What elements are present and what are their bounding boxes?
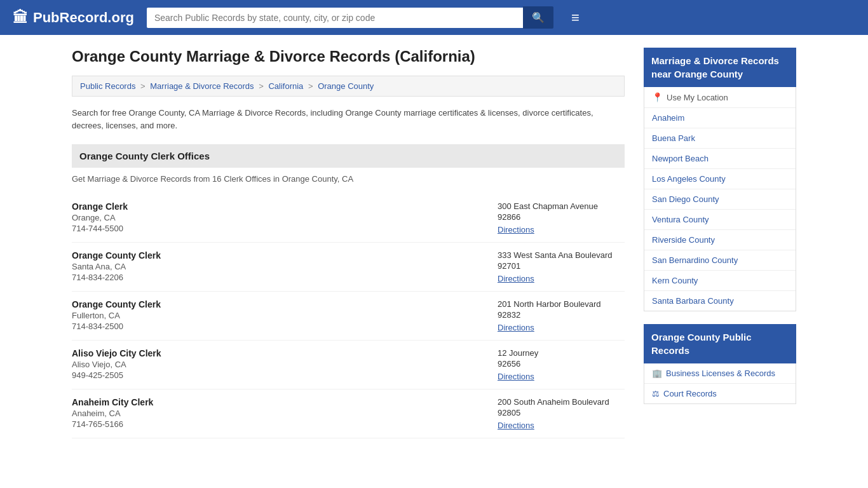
record-entry: Anaheim City Clerk Anaheim, CA 714-765-5… <box>72 390 625 438</box>
office-name-0: Orange Clerk <box>72 201 128 212</box>
location-icon: 📍 <box>652 92 663 102</box>
content-area: Orange County Marriage & Divorce Records… <box>72 48 625 438</box>
nearby-item-6[interactable]: Riverside County <box>644 230 796 250</box>
logo-text: PubRecord.org <box>33 10 134 26</box>
office-phone-0: 714-744-5500 <box>72 224 128 233</box>
breadcrumb-sep-1: > <box>140 81 147 91</box>
breadcrumb-public-records[interactable]: Public Records <box>80 81 135 91</box>
addr-zip-0: 92866 <box>498 212 625 222</box>
nearby-list: 📍 Use My Location AnaheimBuena ParkNewpo… <box>644 87 796 311</box>
logo[interactable]: 🏛 PubRecord.org <box>13 9 134 27</box>
public-records-list: 🏢Business Licenses & Records⚖Court Recor… <box>644 363 796 404</box>
addr-street-4: 200 South Anaheim Boulevard <box>498 397 625 407</box>
public-record-item-1[interactable]: ⚖Court Records <box>644 384 796 403</box>
records-list: Orange Clerk Orange, CA 714-744-5500 300… <box>72 194 625 438</box>
record-right-1: 333 West Santa Ana Boulevard 92701 Direc… <box>498 250 625 283</box>
nearby-item-7[interactable]: San Bernardino County <box>644 250 796 271</box>
office-phone-2: 714-834-2500 <box>72 322 161 331</box>
directions-link-4[interactable]: Directions <box>498 421 534 430</box>
nearby-item-3[interactable]: Los Angeles County <box>644 169 796 189</box>
directions-link-1[interactable]: Directions <box>498 274 534 283</box>
nearby-item-9[interactable]: Santa Barbara County <box>644 291 796 311</box>
section-subtitle: Get Marriage & Divorce Records from 16 C… <box>72 174 625 184</box>
pr-label-1: Court Records <box>663 389 717 398</box>
record-entry: Orange Clerk Orange, CA 714-744-5500 300… <box>72 194 625 243</box>
record-right-4: 200 South Anaheim Boulevard 92805 Direct… <box>498 397 625 430</box>
hamburger-icon: ≡ <box>571 10 580 25</box>
pr-icon-1: ⚖ <box>652 389 660 398</box>
nearby-item-8[interactable]: Kern County <box>644 271 796 291</box>
office-name-1: Orange County Clerk <box>72 250 161 261</box>
office-phone-1: 714-834-2206 <box>72 273 161 282</box>
breadcrumb: Public Records > Marriage & Divorce Reco… <box>72 76 625 97</box>
nearby-header: Marriage & Divorce Records near Orange C… <box>644 48 796 87</box>
addr-zip-3: 92656 <box>498 359 625 369</box>
record-left-0: Orange Clerk Orange, CA 714-744-5500 <box>72 201 128 234</box>
addr-zip-2: 92832 <box>498 310 625 320</box>
pr-label-0: Business Licenses & Records <box>666 369 775 378</box>
office-name-2: Orange County Clerk <box>72 299 161 309</box>
office-city-0: Orange, CA <box>72 213 128 222</box>
logo-icon: 🏛 <box>13 9 28 27</box>
office-phone-4: 714-765-5166 <box>72 419 153 429</box>
addr-street-3: 12 Journey <box>498 348 625 358</box>
record-right-0: 300 East Chapman Avenue 92866 Directions <box>498 201 625 234</box>
record-left-4: Anaheim City Clerk Anaheim, CA 714-765-5… <box>72 397 153 430</box>
nearby-item-4[interactable]: San Diego County <box>644 189 796 210</box>
site-header: 🏛 PubRecord.org 🔍 ≡ <box>0 0 868 35</box>
office-city-1: Santa Ana, CA <box>72 262 161 271</box>
main-container: Orange County Marriage & Divorce Records… <box>53 35 815 451</box>
search-area: 🔍 <box>147 6 553 29</box>
office-city-4: Anaheim, CA <box>72 409 153 418</box>
pr-icon-0: 🏢 <box>652 369 662 378</box>
addr-zip-1: 92701 <box>498 261 625 271</box>
breadcrumb-marriage-records[interactable]: Marriage & Divorce Records <box>150 81 254 91</box>
record-right-2: 201 North Harbor Boulevard 92832 Directi… <box>498 299 625 332</box>
search-icon: 🔍 <box>532 12 545 23</box>
directions-link-3[interactable]: Directions <box>498 372 534 381</box>
record-entry: Orange County Clerk Santa Ana, CA 714-83… <box>72 243 625 292</box>
record-left-1: Orange County Clerk Santa Ana, CA 714-83… <box>72 250 161 283</box>
nearby-item-0[interactable]: Anaheim <box>644 108 796 128</box>
addr-street-1: 333 West Santa Ana Boulevard <box>498 250 625 260</box>
directions-link-0[interactable]: Directions <box>498 225 534 234</box>
breadcrumb-california[interactable]: California <box>268 81 303 91</box>
sidebar: Marriage & Divorce Records near Orange C… <box>644 48 796 438</box>
public-records-section: Orange County Public Records 🏢Business L… <box>644 324 796 404</box>
addr-street-2: 201 North Harbor Boulevard <box>498 299 625 309</box>
record-entry: Orange County Clerk Fullerton, CA 714-83… <box>72 292 625 341</box>
office-name-3: Aliso Viejo City Clerk <box>72 348 161 358</box>
public-record-item-0[interactable]: 🏢Business Licenses & Records <box>644 363 796 384</box>
addr-zip-4: 92805 <box>498 408 625 417</box>
use-my-location[interactable]: 📍 Use My Location <box>644 87 796 108</box>
breadcrumb-orange-county[interactable]: Orange County <box>318 81 374 91</box>
menu-button[interactable]: ≡ <box>566 7 585 29</box>
search-button[interactable]: 🔍 <box>523 6 553 29</box>
breadcrumb-sep-3: > <box>308 81 315 91</box>
nearby-item-2[interactable]: Newport Beach <box>644 149 796 169</box>
office-city-2: Fullerton, CA <box>72 311 161 320</box>
directions-link-2[interactable]: Directions <box>498 323 534 332</box>
office-phone-3: 949-425-2505 <box>72 370 161 380</box>
public-records-header: Orange County Public Records <box>644 324 796 363</box>
record-right-3: 12 Journey 92656 Directions <box>498 348 625 381</box>
record-left-3: Aliso Viejo City Clerk Aliso Viejo, CA 9… <box>72 348 161 381</box>
use-location-label: Use My Location <box>667 93 728 102</box>
section-header: Orange County Clerk Offices <box>72 144 625 168</box>
record-left-2: Orange County Clerk Fullerton, CA 714-83… <box>72 299 161 332</box>
office-city-3: Aliso Viejo, CA <box>72 360 161 369</box>
search-input[interactable] <box>147 8 523 28</box>
page-title: Orange County Marriage & Divorce Records… <box>72 48 625 65</box>
breadcrumb-sep-2: > <box>259 81 266 91</box>
nearby-item-5[interactable]: Ventura County <box>644 210 796 230</box>
office-name-4: Anaheim City Clerk <box>72 397 153 407</box>
nearby-section: Marriage & Divorce Records near Orange C… <box>644 48 796 311</box>
addr-street-0: 300 East Chapman Avenue <box>498 201 625 211</box>
page-description: Search for free Orange County, CA Marria… <box>72 107 625 132</box>
nearby-item-1[interactable]: Buena Park <box>644 128 796 149</box>
record-entry: Aliso Viejo City Clerk Aliso Viejo, CA 9… <box>72 341 625 390</box>
